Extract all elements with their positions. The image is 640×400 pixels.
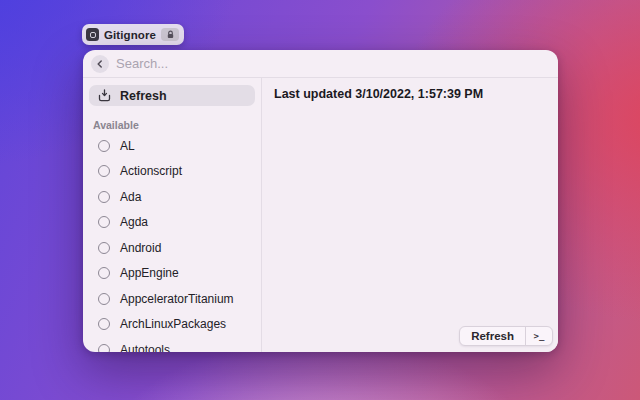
list-item-label: Actionscript <box>120 164 182 178</box>
list-item-label: AppEngine <box>120 266 179 280</box>
unselected-circle-icon <box>98 267 110 279</box>
sidebar-list: Refresh Available ALActionscriptAdaAgdaA… <box>83 78 261 352</box>
list-item-label: Ada <box>120 190 141 204</box>
available-templates-list: ALActionscriptAdaAgdaAndroidAppEngineApp… <box>89 133 255 352</box>
unselected-circle-icon <box>98 191 110 203</box>
sidebar-item-refresh[interactable]: Refresh <box>89 85 255 106</box>
list-item-label: AL <box>120 139 135 153</box>
list-item[interactable]: AppEngine <box>89 261 255 287</box>
last-updated-text: Last updated 3/10/2022, 1:57:39 PM <box>274 87 483 101</box>
back-button[interactable] <box>91 55 109 73</box>
search-input[interactable] <box>116 56 558 71</box>
action-bar: Refresh >_ <box>459 326 553 346</box>
refresh-button[interactable]: Refresh <box>460 327 525 345</box>
list-item-label: Android <box>120 241 161 255</box>
unselected-circle-icon <box>98 216 110 228</box>
list-item[interactable]: Autotools <box>89 337 255 352</box>
list-item[interactable]: AppceleratorTitanium <box>89 286 255 312</box>
search-bar <box>83 50 558 78</box>
list-item-label: AppceleratorTitanium <box>120 292 234 306</box>
list-item-label: ArchLinuxPackages <box>120 317 226 331</box>
download-icon <box>98 89 111 102</box>
window-content: Refresh Available ALActionscriptAdaAgdaA… <box>83 78 558 352</box>
list-item[interactable]: ArchLinuxPackages <box>89 312 255 338</box>
list-item-label: Agda <box>120 215 148 229</box>
unselected-circle-icon <box>98 165 110 177</box>
unselected-circle-icon <box>98 140 110 152</box>
extension-chip-label: Gitignore <box>104 29 156 41</box>
unselected-circle-icon <box>98 344 110 352</box>
list-item[interactable]: AL <box>89 133 255 159</box>
unselected-circle-icon <box>98 293 110 305</box>
lock-icon <box>161 28 179 41</box>
extension-chip[interactable]: Gitignore <box>82 24 184 45</box>
list-item-label: Autotools <box>120 343 170 352</box>
gitignore-window: Refresh Available ALActionscriptAdaAgdaA… <box>83 50 558 352</box>
chevron-left-icon <box>96 60 104 68</box>
list-item[interactable]: Ada <box>89 184 255 210</box>
list-item[interactable]: Android <box>89 235 255 261</box>
detail-panel: Last updated 3/10/2022, 1:57:39 PM Refre… <box>262 78 558 352</box>
unselected-circle-icon <box>98 318 110 330</box>
list-item[interactable]: Actionscript <box>89 159 255 185</box>
section-header-available: Available <box>93 119 255 131</box>
list-item[interactable]: Agda <box>89 210 255 236</box>
terminal-icon[interactable]: >_ <box>526 327 552 345</box>
gitignore-extension-icon <box>86 28 99 41</box>
unselected-circle-icon <box>98 242 110 254</box>
sidebar-item-label: Refresh <box>120 89 167 103</box>
